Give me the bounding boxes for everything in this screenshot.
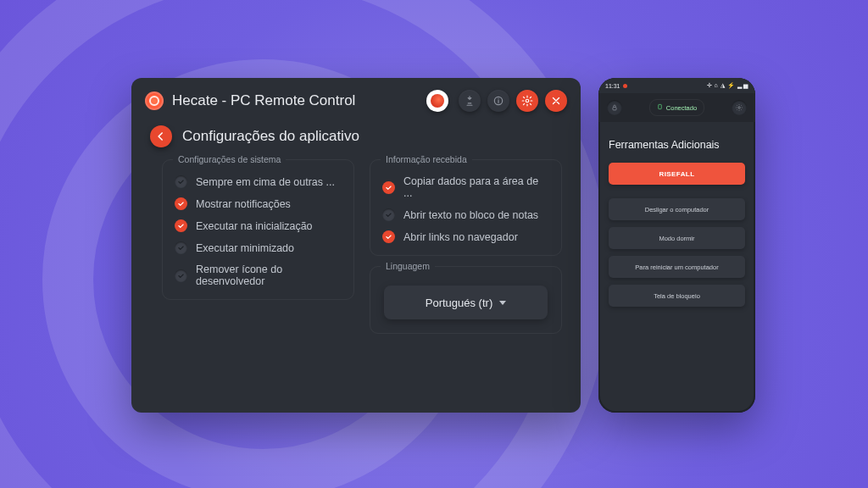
connection-status-pill[interactable]: Conectado xyxy=(649,99,704,116)
group-title-language: Linguagem xyxy=(381,261,435,271)
checkbox-icon[interactable] xyxy=(382,181,395,194)
option-label: Abrir links no navegador xyxy=(403,231,518,243)
phone-action-label: Modo dormir xyxy=(659,235,694,242)
system-option[interactable]: Mostrar notificações xyxy=(175,197,342,210)
checkbox-icon[interactable] xyxy=(382,230,395,243)
app-title: Hecate - PC Remote Control xyxy=(172,92,426,109)
svg-rect-2 xyxy=(613,108,616,110)
group-title-received: Informação recebida xyxy=(381,154,472,164)
checkbox-icon[interactable] xyxy=(175,269,187,282)
system-option[interactable]: Sempre em cima de outras ... xyxy=(175,175,342,188)
phone-primary-label: RISEFALL xyxy=(659,170,695,178)
system-option[interactable]: Remover ícone do desenvolvedor xyxy=(175,263,342,287)
option-label: Executar na inicialização xyxy=(196,220,313,232)
phone-lock-button[interactable] xyxy=(607,100,622,115)
group-language: Linguagem Portugués (tr) xyxy=(370,266,562,334)
close-button[interactable] xyxy=(545,90,567,112)
svg-point-4 xyxy=(738,107,741,109)
phone-connected-icon xyxy=(657,103,663,113)
language-selected-label: Portugués (tr) xyxy=(426,297,492,309)
checkbox-icon[interactable] xyxy=(175,175,187,188)
phone-primary-action[interactable]: RISEFALL xyxy=(609,163,745,185)
language-selector[interactable]: Portugués (tr) xyxy=(384,286,548,319)
svg-rect-3 xyxy=(659,104,662,108)
connection-status-label: Conectado xyxy=(666,104,697,112)
title-bar: Hecate - PC Remote Control xyxy=(131,78,581,120)
phone-status-bar: 11:31 ✢ ⌂ ◮ ⚡ ▂ ▅ xyxy=(598,78,755,93)
group-received-info: Informação recebida Copiar dados para a … xyxy=(370,159,562,256)
system-option[interactable]: Executar na inicialização xyxy=(175,219,342,232)
phone-action-label: Desligar o computador xyxy=(645,206,709,214)
option-label: Remover ícone do desenvolvedor xyxy=(196,263,342,287)
phone-clock: 11:31 xyxy=(605,83,620,89)
system-option[interactable]: Executar minimizado xyxy=(175,241,342,254)
phone-top-bar: Conectado xyxy=(598,93,755,122)
group-title-system: Configurações de sistema xyxy=(173,154,286,164)
received-option[interactable]: Abrir texto no bloco de notas xyxy=(382,208,549,221)
checkbox-icon[interactable] xyxy=(175,219,187,232)
phone-status-icons: ✢ ⌂ ◮ ⚡ ▂ ▅ xyxy=(707,82,748,89)
chevron-down-icon xyxy=(499,301,506,305)
option-label: Sempre em cima de outras ... xyxy=(196,176,335,188)
option-label: Mostrar notificações xyxy=(196,198,291,210)
option-label: Executar minimizado xyxy=(196,242,294,254)
phone-action-button[interactable]: Modo dormir xyxy=(609,227,745,249)
title-actions xyxy=(426,90,567,112)
phone-action-button[interactable]: Para reiniciar um computador xyxy=(609,256,745,278)
checkbox-icon[interactable] xyxy=(175,197,187,210)
checkbox-icon[interactable] xyxy=(382,208,395,221)
page-title: Configurações do aplicativo xyxy=(182,128,359,145)
svg-point-1 xyxy=(526,99,529,103)
phone-settings-button[interactable] xyxy=(732,100,747,115)
option-label: Copiar dados para a área de ... xyxy=(403,175,549,199)
phone-action-button[interactable]: Tela de bloqueio xyxy=(609,285,745,307)
received-option[interactable]: Copiar dados para a área de ... xyxy=(382,175,549,199)
brand-orb-icon xyxy=(426,90,448,112)
phone-preview: 11:31 ✢ ⌂ ◮ ⚡ ▂ ▅ Conectado Ferramentas … xyxy=(598,78,755,413)
info-button[interactable] xyxy=(487,90,509,112)
app-logo-icon xyxy=(145,92,164,110)
group-system-settings: Configurações de sistema Sempre em cima … xyxy=(162,159,354,300)
recording-indicator-icon xyxy=(623,84,627,88)
checkbox-icon[interactable] xyxy=(175,241,187,254)
phone-action-button[interactable]: Desligar o computador xyxy=(609,198,745,220)
phone-action-label: Tela de bloqueio xyxy=(654,292,700,300)
settings-button[interactable] xyxy=(516,90,538,112)
devices-button[interactable] xyxy=(459,90,481,112)
back-button[interactable] xyxy=(150,125,172,147)
phone-section-heading: Ferramentas Adicionais xyxy=(609,139,745,151)
desktop-settings-window: Hecate - PC Remote Control Configurações… xyxy=(131,78,581,413)
option-label: Abrir texto no bloco de notas xyxy=(403,209,538,221)
received-option[interactable]: Abrir links no navegador xyxy=(382,230,549,243)
phone-action-label: Para reiniciar um computador xyxy=(635,263,718,271)
